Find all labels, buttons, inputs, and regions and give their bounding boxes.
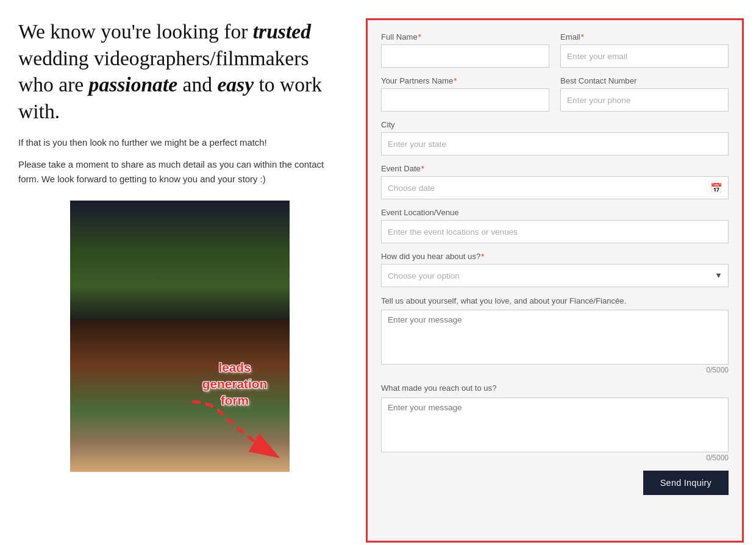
form-row-city: City bbox=[381, 120, 729, 155]
leads-label: leads generationform bbox=[186, 359, 284, 408]
what-made-char-count: 0/5000 bbox=[381, 454, 729, 462]
date-wrapper: 📅 bbox=[381, 176, 729, 199]
what-made-group: What made you reach out to us? 0/5000 bbox=[381, 383, 729, 461]
city-label: City bbox=[381, 120, 729, 129]
best-contact-label: Best Contact Number bbox=[560, 76, 729, 85]
right-panel: Full Name* Email* Your Partners Name* bbox=[360, 12, 756, 545]
image-top bbox=[70, 201, 290, 322]
email-group: Email* bbox=[560, 32, 729, 68]
tell-us-char-count: 0/5000 bbox=[381, 366, 729, 374]
image-stack: leads generationform bbox=[70, 201, 290, 469]
how-hear-select-wrapper: Choose your option Google Social Media W… bbox=[381, 264, 729, 287]
form-row-date: Event Date* 📅 bbox=[381, 164, 729, 199]
email-label: Email* bbox=[560, 32, 729, 41]
tell-us-textarea[interactable] bbox=[381, 310, 729, 365]
description-text: Please take a moment to share as much de… bbox=[18, 158, 341, 187]
send-inquiry-button[interactable]: Send Inquiry bbox=[643, 471, 729, 495]
tell-us-group: Tell us about yourself, what you love, a… bbox=[381, 296, 729, 374]
event-location-input[interactable] bbox=[381, 220, 729, 243]
best-contact-group: Best Contact Number bbox=[560, 76, 729, 112]
how-hear-label: How did you hear about us?* bbox=[381, 252, 729, 261]
form-row-tell-us: Tell us about yourself, what you love, a… bbox=[381, 296, 729, 374]
form-row-1: Full Name* Email* bbox=[381, 32, 729, 68]
form-row-how-hear: How did you hear about us?* Choose your … bbox=[381, 252, 729, 287]
event-location-label: Event Location/Venue bbox=[381, 208, 729, 217]
main-heading: We know you're looking for trusted weddi… bbox=[18, 18, 341, 125]
form-container: Full Name* Email* Your Partners Name* bbox=[366, 18, 744, 543]
partners-name-input[interactable] bbox=[381, 88, 549, 112]
event-location-group: Event Location/Venue bbox=[381, 208, 729, 243]
event-date-group: Event Date* 📅 bbox=[381, 164, 729, 199]
full-name-label: Full Name* bbox=[381, 32, 549, 41]
partners-name-label: Your Partners Name* bbox=[381, 76, 549, 85]
tell-us-label: Tell us about yourself, what you love, a… bbox=[381, 296, 729, 307]
form-row-location: Event Location/Venue bbox=[381, 208, 729, 243]
full-name-group: Full Name* bbox=[381, 32, 549, 68]
city-group: City bbox=[381, 120, 729, 155]
partners-name-group: Your Partners Name* bbox=[381, 76, 549, 112]
city-input[interactable] bbox=[381, 132, 729, 155]
form-row-what-made: What made you reach out to us? 0/5000 bbox=[381, 383, 729, 461]
what-made-label: What made you reach out to us? bbox=[381, 383, 729, 394]
event-date-input[interactable] bbox=[381, 176, 729, 199]
how-hear-select[interactable]: Choose your option Google Social Media W… bbox=[381, 264, 729, 287]
tagline-text: If that is you then look no further we m… bbox=[18, 136, 341, 149]
what-made-textarea[interactable] bbox=[381, 397, 729, 452]
how-hear-group: How did you hear about us?* Choose your … bbox=[381, 252, 729, 287]
phone-input[interactable] bbox=[560, 88, 729, 112]
event-date-label: Event Date* bbox=[381, 164, 729, 173]
left-panel: We know you're looking for trusted weddi… bbox=[0, 12, 360, 545]
full-name-input[interactable] bbox=[381, 45, 549, 68]
form-row-2: Your Partners Name* Best Contact Number bbox=[381, 76, 729, 112]
email-input[interactable] bbox=[560, 45, 729, 68]
